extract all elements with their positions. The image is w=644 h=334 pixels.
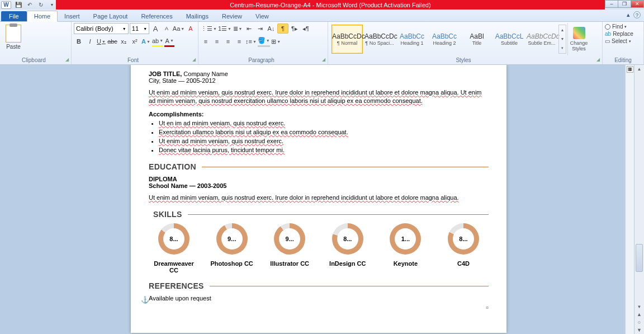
list-item: Ut enim ad minim veniam, quis nostrud ex… xyxy=(159,137,489,146)
title-bar: W 💾 ↶ ↻ ▼ Centrum-Resume-Orange-A4 - Mic… xyxy=(0,0,644,10)
borders-button[interactable]: ⊞▼ xyxy=(271,36,281,47)
clear-formatting-button[interactable]: A xyxy=(186,23,196,34)
font-dialog-launcher-icon[interactable]: ◢ xyxy=(192,57,196,62)
group-clipboard: Paste Cut Copy Format Painter Clipboard◢ xyxy=(0,22,72,64)
underline-button[interactable]: U▼ xyxy=(96,36,106,47)
list-item: Donec vitae lacinia purus, tincidunt tem… xyxy=(159,146,489,155)
strikethrough-button[interactable]: abc xyxy=(107,36,117,47)
select-button[interactable]: ▭Select▾ xyxy=(605,37,641,45)
vertical-scrollbar[interactable]: ▲ ▼ ▲ ○ ▼ xyxy=(634,65,644,334)
find-icon xyxy=(605,24,610,30)
tab-references[interactable]: References xyxy=(134,11,179,21)
style-card--no-spaci-[interactable]: AaBbCcDc¶ No Spaci... xyxy=(364,25,395,54)
change-case-button[interactable]: Aa▼ xyxy=(173,23,184,34)
tab-file[interactable]: File xyxy=(1,11,27,21)
styles-more-button[interactable]: ▲▼▾ xyxy=(558,25,566,54)
rtl-button[interactable]: ◂¶ xyxy=(301,23,311,34)
document-page[interactable]: JOB TITLE, Company Name City, State — 20… xyxy=(131,65,506,333)
font-name-combo[interactable]: Calibri (Body)▼ xyxy=(74,23,129,34)
next-page-button[interactable]: ▼ xyxy=(634,326,644,334)
find-button[interactable]: Find▾ xyxy=(605,23,641,30)
paste-button[interactable]: Paste xyxy=(2,23,25,55)
replace-button[interactable]: abReplace xyxy=(605,30,641,37)
skill-illustrator-cc: 9...Illustrator CC xyxy=(264,223,315,274)
scroll-down-button[interactable]: ▼ xyxy=(634,303,644,311)
style-card-title[interactable]: AaBlTitle xyxy=(461,25,493,54)
tab-view[interactable]: View xyxy=(249,11,276,21)
maximize-button[interactable]: ❐ xyxy=(618,0,631,8)
scroll-up-button[interactable]: ▲ xyxy=(634,65,644,73)
paste-icon xyxy=(6,25,21,43)
prev-page-button[interactable]: ▲ xyxy=(634,311,644,318)
clipboard-dialog-launcher-icon[interactable]: ◢ xyxy=(65,57,69,62)
style-card-subtitle[interactable]: AaBbCcLSubtitle xyxy=(494,25,525,54)
minimize-button[interactable]: – xyxy=(605,0,618,8)
tab-insert[interactable]: Insert xyxy=(58,11,87,21)
align-right-button[interactable]: ≡ xyxy=(223,36,233,47)
change-styles-button[interactable]: Change Styles xyxy=(567,23,590,55)
group-styles: AaBbCcDc¶ NormalAaBbCcDc¶ No Spaci...AaB… xyxy=(328,22,603,64)
skill-indesign-cc: 8...InDesign CC xyxy=(323,223,373,274)
tab-review[interactable]: Review xyxy=(215,11,249,21)
tab-mailings[interactable]: Mailings xyxy=(179,11,215,21)
education-description: Ut enim ad minim veniam, quis nostrud ex… xyxy=(149,194,459,201)
education-heading: EDUCATION xyxy=(149,162,489,171)
shading-button[interactable]: 🪣▼ xyxy=(258,36,270,47)
job-title: JOB TITLE, xyxy=(149,70,182,77)
skill-photoshop-cc: 9...Photoshop CC xyxy=(207,223,257,274)
font-color-button[interactable]: A▼ xyxy=(164,36,174,47)
align-left-button[interactable]: ≡ xyxy=(201,36,211,47)
close-button[interactable]: ✕ xyxy=(631,0,644,8)
help-icon[interactable]: ? xyxy=(633,11,641,18)
paste-label: Paste xyxy=(3,44,24,50)
scrollbar-thumb[interactable] xyxy=(636,244,643,272)
paragraph-group-label: Paragraph xyxy=(248,57,274,63)
line-spacing-button[interactable]: ↕≡▼ xyxy=(245,36,257,47)
ribbon-minimize-icon[interactable]: ▴ xyxy=(627,11,630,18)
list-item: Ut en im ad minim veniam, quis nostrud e… xyxy=(159,119,489,128)
skill-ring: 1... xyxy=(390,223,421,255)
justify-button[interactable]: ≡ xyxy=(234,36,244,47)
grow-font-button[interactable]: A xyxy=(150,23,160,34)
font-size-combo[interactable]: 11▼ xyxy=(130,23,149,34)
italic-button[interactable]: I xyxy=(85,36,95,47)
numbering-button[interactable]: 1☰▼ xyxy=(218,23,231,34)
quick-access-toolbar: 💾 ↶ ↻ ▼ xyxy=(15,1,56,9)
sort-button[interactable]: A↓ xyxy=(266,23,276,34)
bullets-button[interactable]: ⋮☰▼ xyxy=(201,23,217,34)
company-name: Company Name xyxy=(182,70,228,77)
job-description: Ut enim ad minim veniam, quis nostrud ex… xyxy=(149,88,489,105)
qat-customize-icon[interactable]: ▼ xyxy=(48,1,56,9)
tab-page-layout[interactable]: Page Layout xyxy=(87,11,135,21)
redo-icon[interactable]: ↻ xyxy=(37,1,45,9)
tab-home[interactable]: Home xyxy=(27,11,58,22)
browse-object-button[interactable]: ○ xyxy=(634,318,644,326)
undo-icon[interactable]: ↶ xyxy=(26,1,34,9)
style-card-subtle-em-[interactable]: AaBbCcDcSubtle Em... xyxy=(526,25,557,54)
highlight-button[interactable]: ab▼ xyxy=(152,36,163,47)
ruler-toggle-button[interactable]: ▦ xyxy=(627,66,633,73)
object-anchor-icon[interactable]: ⚓ xyxy=(141,296,149,304)
paragraph-dialog-launcher-icon[interactable]: ◢ xyxy=(322,57,325,62)
accomplishments-list: Ut en im ad minim veniam, quis nostrud e… xyxy=(149,119,489,155)
ltr-button[interactable]: ¶▸ xyxy=(290,23,300,34)
superscript-button[interactable]: x² xyxy=(130,36,140,47)
style-card-heading-2[interactable]: AaBbCcHeading 2 xyxy=(429,25,460,54)
skill-c4d: 8...C4D xyxy=(438,223,489,274)
save-icon[interactable]: 💾 xyxy=(15,1,22,9)
styles-dialog-launcher-icon[interactable]: ◢ xyxy=(596,57,600,62)
style-card-heading-1[interactable]: AaBbCcHeading 1 xyxy=(396,25,428,54)
align-center-button[interactable]: ≡ xyxy=(212,36,222,47)
subscript-button[interactable]: x₂ xyxy=(119,36,129,47)
text-effects-button[interactable]: A▼ xyxy=(141,36,151,47)
skill-ring: 9... xyxy=(216,223,248,255)
increase-indent-button[interactable]: ⇥ xyxy=(255,23,265,34)
document-workspace: JOB TITLE, Company Name City, State — 20… xyxy=(0,65,644,334)
decrease-indent-button[interactable]: ⇤ xyxy=(244,23,254,34)
style-card--normal[interactable]: AaBbCcDc¶ Normal xyxy=(332,25,363,54)
multilevel-list-button[interactable]: ≣▼ xyxy=(233,23,243,34)
bold-button[interactable]: B xyxy=(74,36,84,47)
show-hide-button[interactable]: ¶ xyxy=(277,23,288,34)
shrink-font-button[interactable]: A xyxy=(162,23,172,34)
end-of-cell-marker: ¤ xyxy=(486,305,489,311)
